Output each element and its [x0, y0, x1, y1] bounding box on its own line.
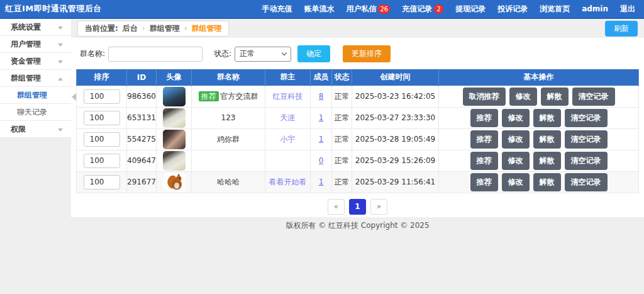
- sidebar-item-用户管理[interactable]: 用户管理: [0, 36, 71, 53]
- owner-link[interactable]: 小宇: [280, 135, 296, 144]
- group-name: 123: [221, 113, 236, 122]
- action-button-推荐[interactable]: 推荐: [470, 152, 498, 170]
- owner-cell: [265, 150, 311, 171]
- main-area: 当前位置: 后台›群组管理›群组管理 刷新 群名称: 状态: 正常 确定 更新排…: [71, 19, 644, 294]
- chevron-up-icon: [58, 77, 63, 81]
- group-name: 哈哈哈: [217, 178, 240, 186]
- sidebar-item-label: 系统设置: [11, 23, 41, 31]
- created-time-cell: 2025-03-29 11:56:41: [352, 171, 439, 193]
- avatar-cell: [157, 107, 192, 128]
- breadcrumb-item[interactable]: 群组管理: [150, 23, 180, 34]
- group-name-label: 群名称:: [80, 48, 105, 59]
- chevron-down-icon: [58, 26, 63, 30]
- topnav-item[interactable]: admin: [582, 4, 608, 13]
- topnav-item[interactable]: 账单流水: [304, 4, 334, 14]
- sort-input[interactable]: [84, 89, 120, 104]
- topnav-item[interactable]: 投诉记录: [497, 4, 528, 14]
- action-button-推荐[interactable]: 推荐: [470, 130, 498, 149]
- chevron-down-icon: [58, 60, 63, 64]
- topnav-item[interactable]: 提现记录: [455, 4, 486, 14]
- action-button-清空记录[interactable]: 清空记录: [565, 109, 608, 127]
- sort-input[interactable]: [84, 132, 120, 147]
- members-cell: 1: [311, 107, 332, 128]
- topnav-item-label: 用户私信: [346, 4, 376, 14]
- table-row: 4096470正常2025-03-29 15:26:09推荐修改解散清空记录: [77, 150, 639, 171]
- breadcrumb-item[interactable]: 群组管理: [191, 23, 221, 34]
- sidebar-item-聊天记录[interactable]: 聊天记录: [0, 104, 71, 121]
- topnav-item[interactable]: 浏览首页: [540, 4, 570, 14]
- action-button-取消推荐[interactable]: 取消推荐: [463, 88, 506, 106]
- owner-cell: 看着开始看: [265, 171, 311, 193]
- action-button-修改[interactable]: 修改: [509, 88, 537, 106]
- created-time-cell: 2025-03-28 19:05:49: [352, 128, 439, 150]
- cap-selfie-avatar: [163, 130, 186, 149]
- topnav-item-label: 浏览首页: [540, 4, 570, 14]
- member-count-link[interactable]: 1: [319, 113, 324, 122]
- group-id-cell: 653131: [127, 107, 157, 128]
- sort-input[interactable]: [84, 111, 120, 125]
- sidebar-item-群组管理[interactable]: 群组管理: [0, 70, 71, 87]
- owner-link[interactable]: 看着开始看: [269, 178, 307, 186]
- breadcrumb-item[interactable]: 后台: [123, 23, 138, 34]
- topnav-item[interactable]: 手动充值: [262, 4, 292, 14]
- topnav-item-label: 退出: [620, 4, 635, 14]
- sidebar-item-群组管理[interactable]: 群组管理: [0, 87, 71, 104]
- update-sort-button[interactable]: 更新排序: [343, 45, 391, 62]
- pagination-next[interactable]: »: [370, 199, 387, 215]
- group-name: 官方交流群: [221, 92, 258, 101]
- action-button-解散[interactable]: 解散: [533, 173, 561, 191]
- sidebar-item-系统设置[interactable]: 系统设置: [0, 19, 71, 36]
- topnav-item-label: 投诉记录: [497, 4, 528, 14]
- avatar-cell: [157, 150, 192, 171]
- table-header-row: 排序ID头像群名称群主成员状态创建时间基本操作: [77, 69, 639, 86]
- sidebar-item-权限[interactable]: 权限: [0, 121, 71, 138]
- avatar-cell: [157, 171, 192, 193]
- group-id-cell: 986360: [127, 86, 157, 107]
- avatar-cell: [157, 86, 192, 107]
- action-button-修改[interactable]: 修改: [502, 109, 530, 127]
- member-count-link[interactable]: 1: [319, 135, 324, 144]
- action-button-修改[interactable]: 修改: [502, 130, 530, 149]
- sort-cell: [77, 171, 127, 193]
- action-button-清空记录[interactable]: 清空记录: [565, 152, 608, 170]
- action-button-推荐[interactable]: 推荐: [470, 109, 498, 127]
- topnav-item-label: 手动充值: [262, 4, 292, 14]
- column-header: 头像: [157, 69, 192, 86]
- topnav-item-label: 账单流水: [304, 4, 334, 14]
- action-button-解散[interactable]: 解散: [533, 130, 561, 149]
- refresh-button[interactable]: 刷新: [605, 21, 638, 37]
- sort-input[interactable]: [84, 154, 120, 168]
- table-row: 554275鸡你群小宇1正常2025-03-28 19:05:49推荐修改解散清…: [77, 128, 639, 150]
- topnav-item[interactable]: 退出: [620, 4, 635, 14]
- pagination-prev[interactable]: «: [328, 199, 345, 215]
- status-select[interactable]: 正常: [235, 47, 291, 62]
- action-button-清空记录[interactable]: 清空记录: [565, 130, 608, 149]
- column-header: ID: [127, 69, 157, 86]
- members-cell: 8: [311, 86, 332, 107]
- owner-link[interactable]: 天涯: [280, 113, 296, 122]
- member-count-link[interactable]: 8: [319, 92, 324, 101]
- action-button-修改[interactable]: 修改: [502, 152, 530, 170]
- member-count-link[interactable]: 1: [319, 178, 324, 186]
- sidebar-collapse-icon[interactable]: [72, 93, 76, 101]
- confirm-button[interactable]: 确定: [297, 45, 330, 62]
- action-button-解散[interactable]: 解散: [533, 109, 561, 127]
- topnav-item[interactable]: 用户私信26: [346, 4, 390, 14]
- sidebar-item-label: 群组管理: [17, 91, 47, 99]
- topnav-item[interactable]: 充值记录2: [402, 4, 443, 14]
- face-cover-avatar: [163, 108, 186, 128]
- sidebar-item-资金管理[interactable]: 资金管理: [0, 53, 71, 70]
- action-button-清空记录[interactable]: 清空记录: [572, 88, 615, 106]
- breadcrumb-separator-icon: ›: [142, 24, 145, 33]
- action-button-推荐[interactable]: 推荐: [470, 173, 498, 191]
- member-count-link[interactable]: 0: [319, 156, 324, 165]
- group-name-input[interactable]: [108, 47, 203, 62]
- action-button-修改[interactable]: 修改: [502, 173, 530, 191]
- pagination: «1»: [76, 199, 639, 215]
- sort-input[interactable]: [84, 175, 120, 189]
- action-button-清空记录[interactable]: 清空记录: [565, 173, 608, 191]
- pagination-page[interactable]: 1: [349, 199, 366, 215]
- owner-link[interactable]: 红豆科技: [273, 92, 303, 101]
- action-button-解散[interactable]: 解散: [533, 152, 561, 170]
- action-button-解散[interactable]: 解散: [541, 88, 569, 106]
